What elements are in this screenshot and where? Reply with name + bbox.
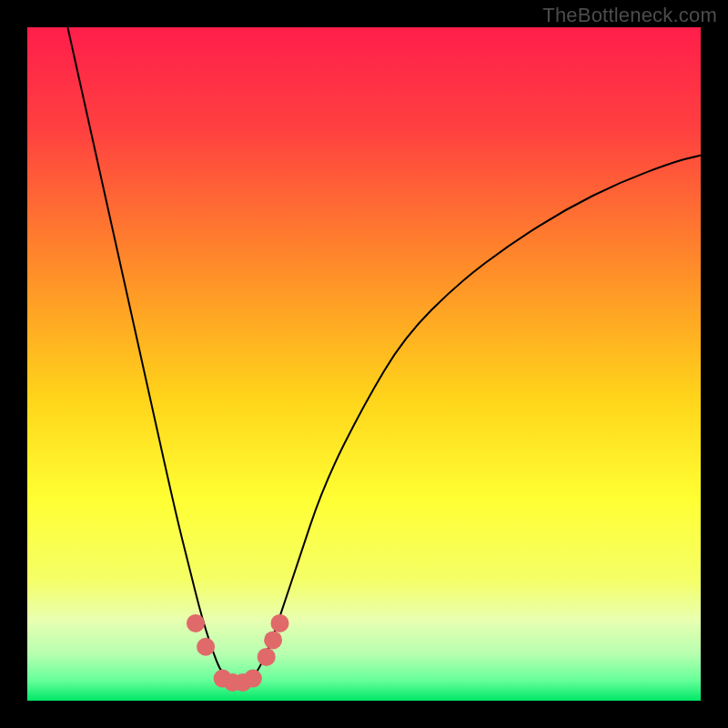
watermark-text: TheBottleneck.com: [542, 4, 717, 27]
chart-svg: [27, 27, 701, 701]
marker-point: [271, 614, 289, 632]
marker-point: [197, 638, 215, 656]
chart-frame: TheBottleneck.com: [0, 0, 728, 728]
marker-point: [258, 648, 276, 666]
gradient-background: [27, 27, 701, 701]
marker-point: [187, 614, 205, 632]
plot-area: [27, 27, 701, 701]
marker-point: [264, 631, 282, 649]
marker-point: [244, 670, 262, 688]
